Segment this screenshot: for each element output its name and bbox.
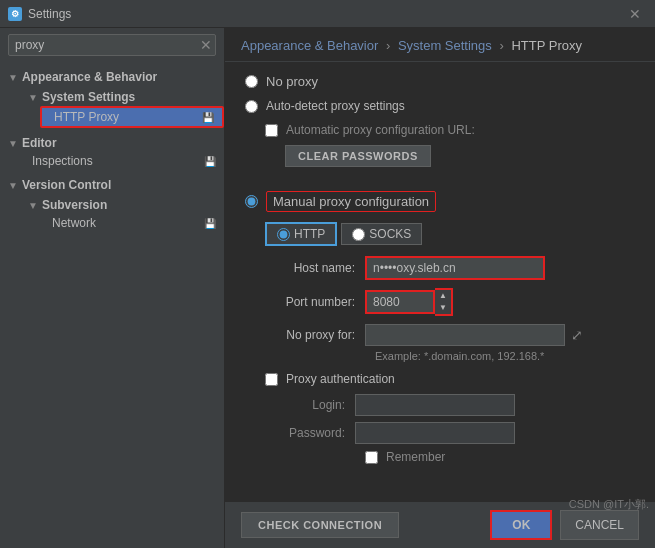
breadcrumb-current: HTTP Proxy (511, 38, 582, 53)
section-label: Version Control (22, 178, 111, 192)
section-label: Appearance & Behavior (22, 70, 157, 84)
sidebar-item-inspections[interactable]: Inspections 💾 (20, 152, 224, 170)
item-label: Network (52, 216, 200, 230)
remember-label: Remember (386, 450, 445, 464)
breadcrumb-part-2: System Settings (398, 38, 492, 53)
password-input[interactable] (355, 422, 515, 444)
item-label: HTTP Proxy (54, 110, 198, 124)
port-spin-up[interactable]: ▲ (435, 290, 451, 302)
host-row: Host name: (245, 256, 635, 280)
search-clear-icon[interactable]: ✕ (200, 37, 212, 53)
remember-checkbox[interactable] (365, 451, 378, 464)
auto-url-label: Automatic proxy configuration URL: (286, 123, 475, 137)
http-protocol-label: HTTP (294, 227, 325, 241)
arrow-icon: ▼ (8, 72, 18, 83)
action-buttons: OK CANCEL (490, 510, 639, 540)
item-label: Inspections (32, 154, 200, 168)
clear-passwords-button[interactable]: CLEAR PASSWORDS (285, 145, 431, 167)
proxy-auth-row: Proxy authentication (245, 372, 635, 386)
settings-panel: No proxy Auto-detect proxy settings Auto… (225, 62, 655, 501)
host-label: Host name: (265, 261, 365, 275)
sidebar-item-system-settings[interactable]: ▼ System Settings (20, 86, 224, 106)
port-spin-down[interactable]: ▼ (435, 302, 451, 314)
login-label: Login: (285, 398, 355, 412)
no-proxy-for-input[interactable] (365, 324, 565, 346)
sidebar: ✕ ▼ Appearance & Behavior ▼ System Setti… (0, 28, 225, 548)
arrow-icon: ▼ (28, 92, 38, 103)
protocol-tabs: HTTP SOCKS (265, 222, 635, 246)
sidebar-item-editor[interactable]: ▼ Editor (0, 132, 224, 152)
auto-detect-radio[interactable] (245, 100, 258, 113)
section-label: Subversion (42, 198, 107, 212)
example-text: Example: *.domain.com, 192.168.* (245, 350, 635, 362)
auto-url-row: Automatic proxy configuration URL: (245, 123, 635, 137)
remember-row: Remember (245, 450, 635, 464)
subversion-group: Network 💾 (20, 214, 224, 232)
search-box: ✕ (8, 34, 216, 56)
proxy-auth-checkbox[interactable] (265, 373, 278, 386)
ok-button[interactable]: OK (490, 510, 552, 540)
title-bar-text: Settings (28, 7, 71, 21)
password-label: Password: (285, 426, 355, 440)
socks-protocol-radio[interactable] (352, 228, 365, 241)
login-input[interactable] (355, 394, 515, 416)
save-icon: 💾 (204, 156, 216, 167)
content-area: Appearance & Behavior › System Settings … (225, 28, 655, 548)
http-protocol-tab[interactable]: HTTP (265, 222, 337, 246)
auto-detect-label: Auto-detect proxy settings (266, 99, 405, 113)
no-proxy-radio[interactable] (245, 75, 258, 88)
save-icon: 💾 (204, 218, 216, 229)
arrow-icon: ▼ (28, 200, 38, 211)
login-row: Login: (245, 394, 635, 416)
section-label: System Settings (42, 90, 135, 104)
version-control-group: ▼ Subversion Network 💾 (0, 194, 224, 232)
title-bar: ⚙ Settings ✕ (0, 0, 655, 28)
section-label: Editor (22, 136, 57, 150)
sidebar-item-version-control[interactable]: ▼ Version Control (0, 174, 224, 194)
cancel-button[interactable]: CANCEL (560, 510, 639, 540)
manual-proxy-label: Manual proxy configuration (266, 191, 436, 212)
editor-group: Inspections 💾 (0, 152, 224, 170)
no-proxy-option: No proxy (245, 74, 635, 89)
auto-detect-option: Auto-detect proxy settings (245, 99, 635, 113)
password-row: Password: (245, 422, 635, 444)
close-button[interactable]: ✕ (623, 5, 647, 23)
no-proxy-for-label: No proxy for: (265, 328, 365, 342)
main-layout: ✕ ▼ Appearance & Behavior ▼ System Setti… (0, 28, 655, 548)
no-proxy-label: No proxy (266, 74, 318, 89)
auto-url-checkbox[interactable] (265, 124, 278, 137)
system-settings-group: ▼ System Settings HTTP Proxy 💾 (0, 86, 224, 128)
sidebar-item-appearance-behavior[interactable]: ▼ Appearance & Behavior (0, 66, 224, 86)
breadcrumb-sep-1: › (386, 38, 394, 53)
host-input[interactable] (365, 256, 545, 280)
port-spinner: ▲ ▼ (435, 288, 453, 316)
sidebar-tree: ▼ Appearance & Behavior ▼ System Setting… (0, 62, 224, 548)
sidebar-item-network[interactable]: Network 💾 (40, 214, 224, 232)
app-icon: ⚙ (8, 7, 22, 21)
clear-passwords-wrapper: CLEAR PASSWORDS (245, 145, 635, 179)
breadcrumb-sep-2: › (499, 38, 507, 53)
manual-proxy-option: Manual proxy configuration (245, 191, 635, 212)
socks-protocol-label: SOCKS (369, 227, 411, 241)
proxy-auth-label: Proxy authentication (286, 372, 395, 386)
breadcrumb: Appearance & Behavior › System Settings … (225, 28, 655, 62)
port-row: Port number: ▲ ▼ (245, 288, 635, 316)
watermark: CSDN @IT小郭. (569, 497, 649, 512)
http-protocol-radio[interactable] (277, 228, 290, 241)
arrow-icon: ▼ (8, 180, 18, 191)
sidebar-item-http-proxy[interactable]: HTTP Proxy 💾 (40, 106, 224, 128)
search-input[interactable] (8, 34, 216, 56)
port-input-wrapper: ▲ ▼ (365, 288, 453, 316)
port-label: Port number: (265, 295, 365, 309)
save-icon: 💾 (202, 112, 214, 123)
http-proxy-group: HTTP Proxy 💾 (20, 106, 224, 128)
expand-icon[interactable]: ⤢ (571, 327, 583, 343)
arrow-icon: ▼ (8, 138, 18, 149)
breadcrumb-part-1: Appearance & Behavior (241, 38, 378, 53)
port-input[interactable] (365, 290, 435, 314)
sidebar-item-subversion[interactable]: ▼ Subversion (20, 194, 224, 214)
socks-protocol-tab[interactable]: SOCKS (341, 223, 422, 245)
no-proxy-for-row: No proxy for: ⤢ (245, 324, 635, 346)
check-connection-button[interactable]: CHECK CONNECTION (241, 512, 399, 538)
manual-proxy-radio[interactable] (245, 195, 258, 208)
